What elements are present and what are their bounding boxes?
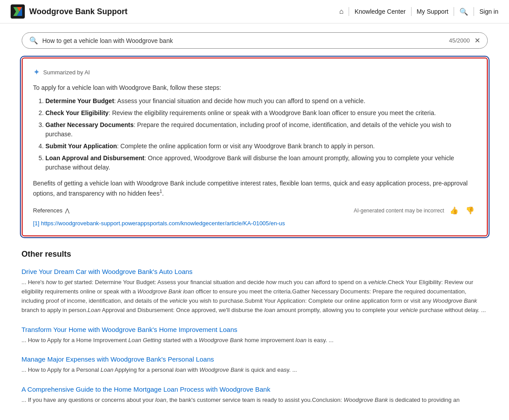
result-snippet-2: ... How to Apply for a Home Improvement … [22, 336, 488, 345]
ai-summary-box: ✦ Summarized by AI To apply for a vehicl… [22, 58, 488, 236]
ai-sparkle-icon: ✦ [33, 67, 40, 77]
result-link-1[interactable]: Drive Your Dream Car with Woodgrove Bank… [22, 268, 488, 275]
nav-divider-3 [454, 7, 454, 16]
result-item-3: Manage Major Expenses with Woodgrove Ban… [22, 355, 488, 375]
site-title: Woodgrove Bank Support [29, 7, 128, 16]
ai-step-1: Determine Your Budget: Assess your finan… [46, 96, 476, 106]
search-clear-button[interactable]: ✕ [474, 36, 480, 45]
ai-step-4: Submit Your Application: Complete the on… [46, 142, 476, 151]
result-link-4[interactable]: A Comprehensive Guide to the Home Mortga… [22, 385, 488, 393]
search-bar-icon: 🔍 [29, 36, 38, 45]
ai-step-3: Gather Necessary Documents: Prepare the … [46, 120, 476, 139]
chevron-up-icon: ⋀ [65, 208, 70, 214]
ai-footer: References ⋀ AI-generated content may be… [33, 205, 476, 216]
ai-benefits-text: Benefits of getting a vehicle loan with … [33, 180, 468, 197]
main-content: 🔍 45/2000 ✕ ✦ Summarized by AI To apply … [11, 23, 498, 420]
result-snippet-4: ... If you have any questions or concern… [22, 396, 488, 405]
logo-icon [11, 4, 25, 19]
search-input[interactable] [43, 37, 449, 44]
result-snippet-1: ... Here's how to get started: Determine… [22, 278, 488, 315]
ai-steps-list: Determine Your Budget: Assess your finan… [33, 96, 476, 172]
references-toggle[interactable]: References ⋀ [33, 207, 70, 214]
knowledge-center-link[interactable]: Knowledge Center [354, 8, 405, 15]
ai-intro: To apply for a vehicle loan with Woodgro… [33, 84, 476, 91]
logo-area: Woodgrove Bank Support [11, 4, 334, 19]
thumbs-up-button[interactable]: 👍 [448, 205, 460, 216]
thumbs-down-button[interactable]: 👎 [464, 205, 476, 216]
main-nav: ⌂ Knowledge Center My Support 🔍 Sign in [339, 7, 498, 16]
result-item-1: Drive Your Dream Car with Woodgrove Bank… [22, 268, 488, 315]
other-results-title: Other results [22, 250, 488, 259]
references-label: References [33, 207, 62, 214]
ai-header: ✦ Summarized by AI [33, 67, 476, 77]
ai-benefits-end: . [162, 190, 164, 197]
result-link-2[interactable]: Transform Your Home with Woodgrove Bank'… [22, 326, 488, 333]
home-icon[interactable]: ⌂ [339, 8, 344, 15]
result-snippet-3: ... How to Apply for a Personal Loan App… [22, 366, 488, 375]
reference-1-link[interactable]: [1] https://woodgrovebank-support.powera… [33, 220, 285, 227]
result-item-2: Transform Your Home with Woodgrove Bank'… [22, 326, 488, 345]
ai-step-2: Check Your Eligibility: Review the eligi… [46, 108, 476, 118]
ai-feedback-text: AI-generated content may be incorrect [354, 208, 444, 214]
ai-benefits: Benefits of getting a vehicle loan with … [33, 178, 476, 198]
ai-step-5: Loan Approval and Disbursement: Once app… [46, 154, 476, 172]
results-container: Drive Your Dream Car with Woodgrove Bank… [22, 268, 488, 405]
ai-feedback: AI-generated content may be incorrect 👍 … [354, 205, 476, 216]
search-count: 45/2000 [449, 37, 470, 44]
search-bar: 🔍 45/2000 ✕ [22, 32, 488, 49]
references-list: [1] https://woodgrovebank-support.powera… [33, 220, 476, 227]
result-item-4: A Comprehensive Guide to the Home Mortga… [22, 385, 488, 405]
result-link-3[interactable]: Manage Major Expenses with Woodgrove Ban… [22, 355, 488, 363]
my-support-link[interactable]: My Support [417, 8, 449, 15]
search-icon[interactable]: 🔍 [459, 8, 468, 16]
nav-divider-2 [411, 7, 412, 16]
nav-divider-4 [474, 7, 474, 16]
ai-label: Summarized by AI [43, 69, 90, 76]
sign-in-link[interactable]: Sign in [479, 8, 498, 15]
site-header: Woodgrove Bank Support ⌂ Knowledge Cente… [0, 0, 509, 23]
nav-divider-1 [349, 7, 349, 16]
